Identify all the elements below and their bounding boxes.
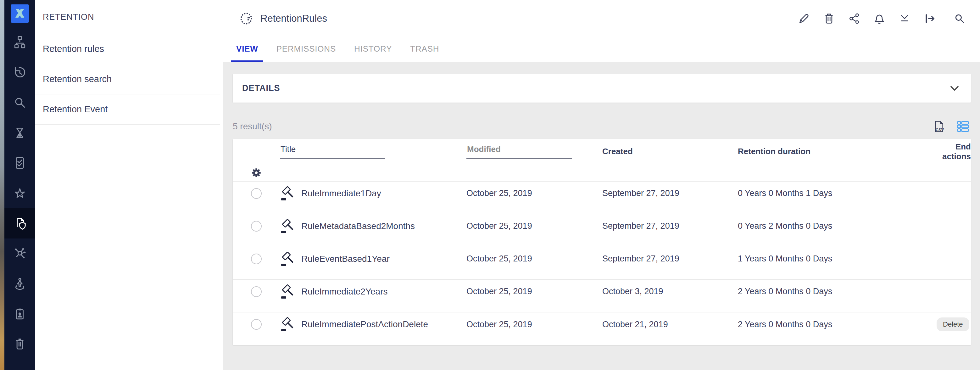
- table-row[interactable]: RuleImmediate2Years October 25, 2019 Oct…: [233, 280, 971, 313]
- rule-modified: October 25, 2019: [466, 287, 602, 297]
- rule-retention-duration: 2 Years 0 Months 0 Days: [738, 320, 937, 329]
- alerts-bell-button[interactable]: [872, 11, 887, 26]
- rule-retention-duration: 0 Years 2 Months 0 Days: [738, 221, 937, 231]
- retention-rule-gavel-icon: [280, 317, 295, 332]
- connectors-hub-icon[interactable]: [5, 239, 35, 269]
- tab-trash[interactable]: TRASH: [405, 37, 444, 62]
- rule-created: September 27, 2019: [602, 188, 738, 198]
- history-icon[interactable]: [5, 57, 35, 88]
- column-header-end-actions: End actions: [937, 142, 971, 161]
- export-download-button[interactable]: [897, 11, 912, 26]
- move-export-right-button[interactable]: [922, 11, 937, 26]
- document-tabs: VIEW PERMISSIONS HISTORY TRASH: [223, 37, 980, 62]
- app-logo[interactable]: [11, 5, 29, 23]
- tab-permissions[interactable]: PERMISSIONS: [271, 37, 341, 62]
- results-actions: CSV: [931, 119, 971, 134]
- rule-created: September 27, 2019: [602, 254, 738, 264]
- rule-modified: October 25, 2019: [466, 188, 602, 198]
- content-area: DETAILS 5 result(s) CSV Title Modified: [223, 62, 980, 370]
- rule-created: October 3, 2019: [602, 287, 738, 297]
- icon-rail: [5, 0, 35, 370]
- column-settings-gear-icon[interactable]: [233, 167, 280, 179]
- user-location-icon[interactable]: [5, 269, 35, 299]
- row-radio-button[interactable]: [251, 319, 262, 330]
- logo-x-icon: [13, 6, 27, 21]
- column-header-modified[interactable]: Modified: [466, 144, 602, 159]
- retention-documents-icon-active[interactable]: [5, 208, 35, 239]
- document-actions: [796, 11, 937, 26]
- search-icon[interactable]: [5, 88, 35, 118]
- dotted-folder-icon: [239, 11, 253, 26]
- table-header-row: Title Modified Created Retention duratio…: [233, 139, 971, 182]
- topbar-divider: [944, 0, 944, 37]
- edit-button[interactable]: [796, 11, 812, 26]
- rule-modified: October 25, 2019: [466, 254, 602, 264]
- row-radio-button[interactable]: [251, 254, 262, 264]
- retention-rule-gavel-icon: [280, 186, 295, 201]
- page-title: RetentionRules: [261, 13, 327, 24]
- svg-text:CSV: CSV: [935, 128, 944, 132]
- row-radio-button[interactable]: [251, 188, 262, 199]
- profile-badge-icon[interactable]: [5, 299, 35, 329]
- rule-retention-duration: 0 Years 0 Months 1 Days: [738, 188, 937, 198]
- table-row[interactable]: RuleMetadataBased2Months October 25, 201…: [233, 214, 971, 247]
- results-bar: 5 result(s) CSV: [233, 114, 971, 139]
- search-button[interactable]: [952, 11, 967, 26]
- end-action-badge: Delete: [937, 317, 969, 331]
- row-radio-button[interactable]: [251, 221, 262, 231]
- column-header-created[interactable]: Created: [602, 147, 738, 156]
- sidebar: RETENTION Retention rules Retention sear…: [35, 0, 223, 370]
- rule-created: October 21, 2019: [602, 320, 738, 329]
- rule-title[interactable]: RuleEventBased1Year: [301, 254, 390, 264]
- document-header: RetentionRules: [223, 0, 980, 37]
- favorites-star-icon[interactable]: [5, 178, 35, 208]
- table-row[interactable]: RuleImmediate1Day October 25, 2019 Septe…: [233, 182, 971, 214]
- sidebar-item-retention-rules[interactable]: Retention rules: [35, 34, 220, 64]
- rule-retention-duration: 1 Years 0 Months 0 Days: [738, 254, 937, 264]
- results-count: 5 result(s): [233, 121, 272, 131]
- export-csv-icon[interactable]: CSV: [931, 119, 947, 134]
- desktop-background-strip: [0, 0, 5, 370]
- retention-rule-gavel-icon: [280, 251, 295, 266]
- rule-title[interactable]: RuleImmediatePostActionDelete: [301, 319, 428, 329]
- rule-title[interactable]: RuleImmediate1Day: [301, 188, 381, 199]
- rule-title[interactable]: RuleMetadataBased2Months: [301, 221, 415, 231]
- chevron-down-icon[interactable]: [948, 81, 961, 95]
- tab-history[interactable]: HISTORY: [349, 37, 397, 62]
- share-button[interactable]: [846, 11, 862, 26]
- tasks-icon[interactable]: [5, 148, 35, 178]
- sidebar-item-retention-search[interactable]: Retention search: [35, 64, 220, 94]
- rule-retention-duration: 2 Years 0 Months 0 Days: [738, 287, 937, 297]
- rule-modified: October 25, 2019: [466, 320, 602, 329]
- column-header-retention-duration[interactable]: Retention duration: [738, 147, 937, 156]
- hourglass-icon[interactable]: [5, 118, 35, 148]
- hierarchy-icon[interactable]: [5, 27, 35, 57]
- rule-title[interactable]: RuleImmediate2Years: [301, 287, 387, 297]
- sidebar-item-retention-event[interactable]: Retention Event: [35, 94, 220, 124]
- details-panel: DETAILS: [233, 73, 971, 102]
- list-view-settings-icon[interactable]: [955, 119, 971, 134]
- delete-button[interactable]: [821, 11, 837, 26]
- main-area: RetentionRules VIEW: [223, 0, 980, 370]
- sidebar-title: RETENTION: [35, 0, 223, 34]
- details-heading: DETAILS: [242, 83, 280, 93]
- table-row[interactable]: RuleImmediatePostActionDelete October 25…: [233, 313, 971, 345]
- retention-rule-gavel-icon: [280, 218, 295, 234]
- rail-items: [5, 27, 35, 359]
- table-row[interactable]: RuleEventBased1Year October 25, 2019 Sep…: [233, 247, 971, 280]
- rule-created: September 27, 2019: [602, 221, 738, 231]
- results-table: Title Modified Created Retention duratio…: [233, 139, 971, 345]
- column-header-title[interactable]: Title: [280, 144, 466, 159]
- rule-modified: October 25, 2019: [466, 221, 602, 231]
- trash-icon[interactable]: [5, 329, 35, 359]
- tab-view[interactable]: VIEW: [231, 37, 263, 62]
- row-radio-button[interactable]: [251, 286, 262, 297]
- retention-rule-gavel-icon: [280, 284, 295, 299]
